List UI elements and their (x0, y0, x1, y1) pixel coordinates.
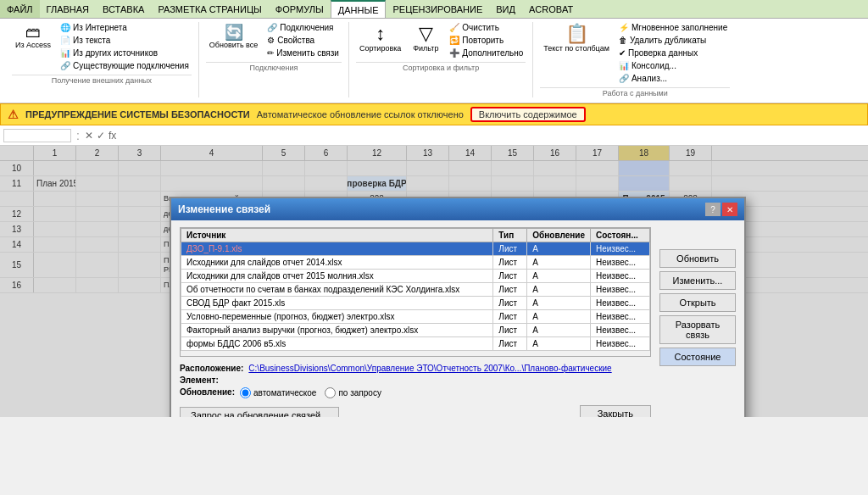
connections-label: Подключения (206, 62, 342, 72)
source-cell[interactable]: формы БДДС 2006 в5.xls (181, 337, 493, 351)
break-link-button[interactable]: Разорвать связь (659, 315, 736, 344)
advanced-button[interactable]: ➕ Дополнительно (447, 47, 526, 58)
flash-fill-button[interactable]: ⚡ Мгновенное заполнение (616, 22, 730, 33)
security-bar: ⚠ ПРЕДУПРЕЖДЕНИЕ СИСТЕМЫ БЕЗОПАСНОСТИ Ав… (0, 103, 868, 125)
text-to-columns-button[interactable]: 📋 Текст по столбцам (540, 22, 613, 84)
consolidate-icon: 📊 (619, 61, 629, 70)
status-cell[interactable]: Неизвес... (591, 324, 650, 337)
type-cell[interactable]: Лист (493, 242, 527, 256)
source-cell[interactable]: Факторный анализ выручки (прогноз, бюдже… (181, 324, 493, 337)
dialog-close-button[interactable]: ✕ (722, 203, 737, 216)
menu-review[interactable]: РЕЦЕНЗИРОВАНИЕ (386, 0, 489, 18)
auto-update-radio[interactable]: автоматическое (240, 387, 316, 398)
update-cell[interactable]: A (527, 337, 591, 351)
from-access-label: Из Access (15, 41, 51, 49)
source-cell[interactable]: Исходники для слайдов отчет 2014.xlsx (181, 256, 493, 270)
edit-links-icon: ✏ (267, 48, 274, 58)
properties-button[interactable]: ⚙ Свойства (264, 35, 342, 46)
status-cell[interactable]: Неизвес... (591, 337, 650, 351)
source-cell[interactable]: Исходники для слайдов отчет 2015 молния.… (181, 270, 493, 283)
manual-update-radio[interactable]: по запросу (325, 387, 381, 398)
update-cell[interactable]: A (527, 310, 591, 324)
type-cell[interactable]: Лист (493, 310, 527, 324)
menu-acrobat[interactable]: ACROBAT (522, 0, 580, 18)
clear-icon: 🧹 (449, 23, 459, 32)
update-cell[interactable]: A (527, 242, 591, 256)
type-cell[interactable]: Лист (493, 256, 527, 270)
element-row: Элемент: (180, 375, 651, 385)
update-cell[interactable]: A (527, 324, 591, 337)
update-button[interactable]: Обновить (659, 249, 736, 268)
clear-button[interactable]: 🧹 Очистить (447, 22, 526, 33)
dialog-action-buttons: Обновить Изменить... Открыть Разорвать с… (659, 249, 736, 366)
sort-button[interactable]: ↕ Сортировка (356, 22, 404, 58)
status-cell[interactable]: Неизвес... (591, 242, 650, 256)
menu-home[interactable]: ГЛАВНАЯ (40, 0, 96, 18)
formula-divider: : (75, 129, 81, 142)
source-cell[interactable]: СВОД БДР факт 2015.xls (181, 297, 493, 310)
type-cell[interactable]: Лист (493, 337, 527, 351)
type-cell[interactable]: Лист (493, 297, 527, 310)
status-cell[interactable]: Неизвес... (591, 297, 650, 310)
from-other-sources-button[interactable]: 📊 Из других источников (58, 47, 192, 58)
check-status-button[interactable]: Состояние (659, 348, 736, 366)
connections-button[interactable]: 🔗 Подключения (264, 22, 342, 33)
manual-radio-input[interactable] (325, 387, 336, 398)
links-table: Источник Тип Обновление Состоян... ДЗО_П… (181, 228, 650, 351)
refresh-all-button[interactable]: 🔄 Обновить все (206, 22, 261, 58)
repeat-button[interactable]: 🔁 Повторить (447, 35, 526, 46)
update-cell[interactable]: A (527, 270, 591, 283)
menu-file[interactable]: ФАЙЛ (0, 0, 40, 18)
conn-icon: 🔗 (267, 23, 277, 32)
menu-page-layout[interactable]: РАЗМЕТКА СТРАНИЦЫ (151, 0, 268, 18)
status-cell[interactable]: Неизвес... (591, 283, 650, 297)
dialog-info: Расположение: C:\BusinessDivisions\Commo… (180, 364, 651, 398)
status-cell[interactable]: Неизвес... (591, 310, 650, 324)
auto-radio-input[interactable] (240, 387, 251, 398)
query-update-button[interactable]: Запрос на обновление связей... (180, 407, 339, 417)
validation-icon: ✔ (619, 48, 626, 58)
update-cell[interactable]: A (527, 283, 591, 297)
enable-content-button[interactable]: Включить содержимое (470, 107, 586, 122)
insert-function-icon[interactable]: fx (108, 130, 116, 142)
type-cell[interactable]: Лист (493, 270, 527, 283)
cancel-formula-icon[interactable]: ✕ (85, 130, 93, 142)
from-access-button[interactable]: 🗃 Из Access (12, 22, 54, 71)
sort-filter-label: Сортировка и фильтр (356, 62, 526, 72)
update-cell[interactable]: A (527, 256, 591, 270)
consolidate-button[interactable]: 📊 Консолид... (616, 60, 730, 71)
filter-button[interactable]: ▽ Фильтр (408, 22, 443, 58)
menu-data[interactable]: ДАННЫЕ (331, 0, 387, 18)
analysis-icon: 🔗 (619, 74, 629, 83)
close-dialog-button[interactable]: Закрыть (580, 405, 651, 417)
edit-links-button[interactable]: ✏ Изменить связи (264, 47, 342, 58)
from-text-button[interactable]: 📄 Из текста (58, 35, 192, 46)
update-cell[interactable]: A (527, 297, 591, 310)
name-box[interactable] (3, 129, 71, 142)
analysis-button[interactable]: 🔗 Анализ... (616, 73, 730, 84)
confirm-formula-icon[interactable]: ✓ (97, 130, 105, 142)
source-cell[interactable]: Об отчетности по счетам в банках подразд… (181, 283, 493, 297)
type-cell[interactable]: Лист (493, 324, 527, 337)
menu-insert[interactable]: ВСТАВКА (96, 0, 151, 18)
menu-formulas[interactable]: ФОРМУЛЫ (269, 0, 331, 18)
links-table-container[interactable]: Источник Тип Обновление Состоян... ДЗО_П… (180, 227, 651, 357)
remove-duplicates-button[interactable]: 🗑 Удалить дубликаты (616, 35, 730, 46)
from-internet-button[interactable]: 🌐 Из Интернета (58, 22, 192, 33)
filter-icon: ▽ (419, 25, 433, 43)
external-data-buttons: 🗃 Из Access 🌐 Из Интернета 📄 Из текста 📊… (12, 22, 192, 71)
status-cell[interactable]: Неизвес... (591, 256, 650, 270)
change-source-button[interactable]: Изменить... (659, 271, 736, 290)
source-cell[interactable]: Условно-переменные (прогноз, бюджет) эле… (181, 310, 493, 324)
menu-view[interactable]: ВИД (489, 0, 522, 18)
data-validation-button[interactable]: ✔ Проверка данных (616, 47, 730, 58)
existing-connections-button[interactable]: 🔗 Существующие подключения (58, 60, 192, 71)
connections-icon: 🔗 (60, 61, 70, 70)
dialog-help-button[interactable]: ? (705, 203, 721, 216)
status-cell[interactable]: Неизвес... (591, 270, 650, 283)
source-cell[interactable]: ДЗО_П-9.1.xls (181, 242, 493, 256)
formula-input[interactable] (120, 130, 865, 142)
type-cell[interactable]: Лист (493, 283, 527, 297)
props-icon: ⚙ (267, 36, 275, 45)
open-source-button[interactable]: Открыть (659, 293, 736, 312)
